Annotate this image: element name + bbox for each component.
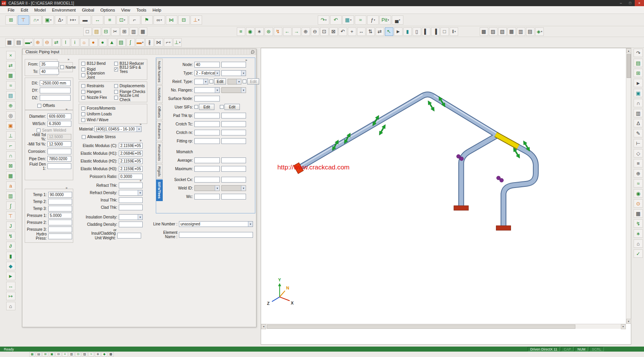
sif-field-1[interactable]: [194, 113, 220, 118]
tee-insert[interactable]: ⊥ ▾: [173, 38, 182, 47]
delete-box[interactable]: ⊠: [6, 161, 15, 170]
bottom-sheet[interactable]: ▤: [36, 352, 42, 357]
checkbox[interactable]: [81, 73, 85, 77]
scrollbar-up-button[interactable]: ▲: [626, 48, 631, 53]
diamond-view[interactable]: ◇: [634, 149, 643, 157]
play-forward[interactable]: ►: [6, 272, 15, 280]
check-green[interactable]: ✓: [634, 249, 643, 258]
sif-field-2[interactable]: [221, 130, 246, 135]
corner-node[interactable]: ⌐ ▾: [164, 38, 172, 47]
cut[interactable]: ✂: [111, 27, 120, 36]
compass[interactable]: ☼: [80, 38, 89, 47]
panel-titlebar[interactable]: Classic Piping Input: [22, 49, 256, 55]
swap-from-to[interactable]: ⇄: [6, 61, 15, 69]
field[interactable]: [48, 233, 72, 239]
to-field[interactable]: 40: [40, 69, 59, 74]
socket-field-2[interactable]: [221, 177, 246, 183]
move-view[interactable]: ↔: [357, 27, 366, 36]
allowable-stress-checkbox[interactable]: [82, 135, 86, 139]
map-element[interactable]: ↦: [6, 292, 15, 300]
bottom-fill[interactable]: ▩: [108, 352, 114, 357]
checkbox[interactable]: [114, 90, 118, 94]
node-field-2[interactable]: [221, 62, 246, 68]
display-options[interactable]: ◈ ▾: [535, 27, 544, 36]
checkbox[interactable]: [81, 62, 85, 66]
ball-green[interactable]: ●: [99, 38, 107, 47]
bend-tool[interactable]: ∩: [6, 151, 15, 160]
field[interactable]: [119, 190, 143, 196]
bottom-wave[interactable]: ≈: [88, 352, 94, 357]
checkbox[interactable]: [114, 84, 118, 88]
node-increment[interactable]: ⊕: [34, 38, 42, 47]
folder-up[interactable]: ▲: [108, 38, 116, 47]
bottom-grid[interactable]: ▦: [29, 352, 35, 357]
scrollbar-right-button[interactable]: ►: [621, 324, 626, 329]
sif-field-1[interactable]: [194, 166, 220, 172]
dy-field[interactable]: [40, 88, 71, 93]
ruler[interactable]: ⌐: [129, 15, 140, 25]
sif-field-1[interactable]: [194, 121, 220, 127]
valve-flange-db[interactable]: ⋈: [166, 15, 177, 25]
close-button[interactable]: ×: [635, 0, 644, 6]
node-field-1[interactable]: 40: [194, 62, 220, 68]
view-vertical-scrollbar[interactable]: ▲ ▼: [626, 48, 631, 324]
user-sifs-checkbox-2[interactable]: [220, 105, 224, 109]
anchor[interactable]: ⊥: [6, 131, 15, 140]
vertical-tab[interactable]: Node Names: [156, 59, 163, 85]
zoom-window[interactable]: ⊡: [320, 27, 329, 36]
rotate-view[interactable]: ↷: [634, 49, 643, 57]
vertical-tab[interactable]: Offsets: [156, 104, 163, 120]
bottom-plus-grid[interactable]: ⊞: [42, 352, 48, 357]
target-node[interactable]: ◎: [6, 111, 15, 120]
print[interactable]: ▦: [139, 27, 147, 36]
element-name-field[interactable]: [179, 232, 253, 238]
sif-field-1[interactable]: [194, 138, 220, 144]
node-decrement[interactable]: ⊖: [43, 38, 52, 47]
checkbox[interactable]: [81, 84, 85, 88]
scrollbar-left-button[interactable]: ◄: [261, 324, 266, 329]
type-combo-1[interactable]: 2 - Fabricated (2: [194, 70, 220, 76]
play-tool[interactable]: ►: [634, 79, 643, 87]
scrollbar-thumb[interactable]: [267, 325, 575, 329]
name-checkbox[interactable]: [60, 65, 64, 69]
scrollbar-thumb[interactable]: [627, 54, 631, 78]
zoom-extents[interactable]: ⊠: [329, 27, 338, 36]
reinf-checkbox-1[interactable]: [209, 80, 213, 83]
orbit-model[interactable]: ↶: [330, 15, 342, 25]
flange-pair-right[interactable]: [497, 176, 504, 182]
scrollbar-down-button[interactable]: ▼: [626, 319, 631, 324]
checkbox-row[interactable]: Forces/Moments: [80, 105, 146, 111]
dynamic-bolt[interactable]: ↯: [6, 232, 15, 240]
sheet-tool[interactable]: ▤: [634, 59, 643, 67]
dot-orange[interactable]: ⊙: [634, 199, 643, 208]
close-panel[interactable]: ×: [6, 51, 15, 59]
field[interactable]: 12.5000: [47, 141, 71, 147]
sif-field-2[interactable]: [221, 113, 246, 118]
columns-view[interactable]: ‖ ▾: [450, 27, 458, 36]
field[interactable]: [119, 205, 143, 210]
vertical-tab[interactable]: Reducers: [156, 121, 163, 141]
field[interactable]: [47, 149, 71, 154]
record-node[interactable]: ◉: [246, 27, 255, 36]
grid-tool[interactable]: ⊞: [634, 69, 643, 77]
tack-tool[interactable]: ⊢: [634, 139, 643, 147]
menu-item[interactable]: Edit: [18, 7, 31, 13]
field[interactable]: 2.0684E+05: [119, 151, 143, 156]
bottom-add[interactable]: ⊕: [95, 352, 101, 357]
wc-field-1[interactable]: [194, 194, 220, 200]
close-segment[interactable]: ▬: [79, 15, 91, 25]
input-grid[interactable]: ⊞: [5, 15, 17, 25]
field[interactable]: 609.6000: [47, 113, 71, 119]
renumber-nodes[interactable]: ⇄: [52, 38, 61, 47]
field[interactable]: 2.1159E+05: [119, 158, 143, 164]
plot-chart[interactable]: ▄ ▾: [392, 15, 403, 25]
field[interactable]: [47, 163, 71, 169]
render-settings[interactable]: ▦ ▾: [342, 15, 354, 25]
restraint-marker[interactable]: [378, 124, 387, 136]
volume-right[interactable]: ▐: [431, 27, 440, 36]
sif-field-2[interactable]: [221, 157, 246, 163]
checkbox-row[interactable]: Displacements: [113, 83, 146, 89]
piping-input[interactable]: ⊤: [18, 15, 29, 25]
field[interactable]: 2.1159E+05: [119, 166, 143, 172]
select-cursor[interactable]: ↖: [385, 27, 393, 36]
